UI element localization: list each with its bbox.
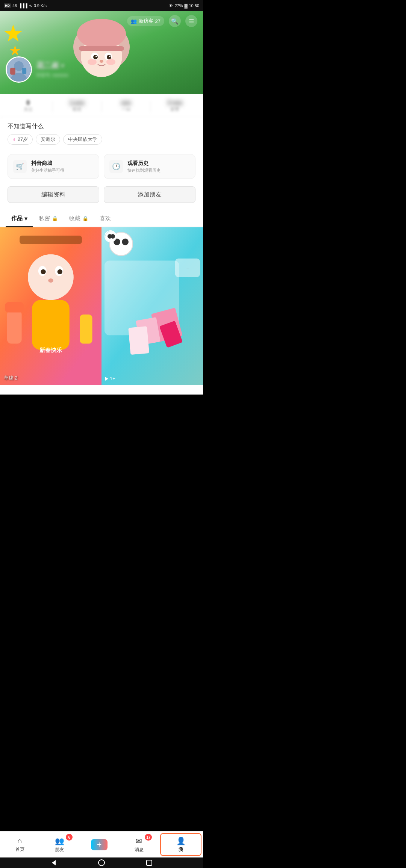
play-count: 1+ bbox=[105, 376, 115, 381]
shop-subtitle: 美好生活触手可得 bbox=[31, 168, 64, 173]
tab-works-arrow: ▾ bbox=[24, 215, 27, 222]
svg-text:新春快乐: 新春快乐 bbox=[39, 347, 62, 353]
stat-likes[interactable]: xxx 一xx bbox=[102, 100, 150, 113]
tab-likes-label: 喜欢 bbox=[100, 215, 111, 222]
service-history-text: 观看历史 快速找到观看历史 bbox=[127, 160, 161, 173]
shop-icon: 🛒 bbox=[13, 160, 27, 173]
user-name-area: 花二叔 ▾ 抖音号: xxxxxxx bbox=[36, 60, 68, 79]
svg-rect-16 bbox=[10, 68, 15, 74]
visitors-label: 新访客 bbox=[139, 18, 153, 24]
dropdown-arrow: ▾ bbox=[61, 63, 64, 69]
history-icon: 🕐 bbox=[109, 160, 123, 173]
tab-private-label: 私密 bbox=[39, 215, 50, 222]
username-display: 花二叔 ▾ bbox=[36, 60, 68, 71]
service-shop[interactable]: 🛒 抖音商城 美好生活触手可得 bbox=[8, 154, 99, 179]
character-illustration bbox=[68, 17, 135, 85]
video-grid: 新春快乐 草稿 2 bbox=[0, 227, 203, 385]
svg-point-24 bbox=[58, 269, 62, 274]
svg-point-2 bbox=[77, 19, 126, 49]
add-friend-button[interactable]: 添加朋友 bbox=[104, 186, 195, 203]
video-bg-1: 新春快乐 bbox=[0, 227, 102, 385]
video-thumb-1[interactable]: 新春快乐 草稿 2 bbox=[0, 227, 102, 385]
tab-works-label: 作品 bbox=[11, 215, 23, 222]
wifi-icon: ∿ bbox=[29, 3, 32, 8]
visitors-count: 27 bbox=[155, 18, 161, 24]
svg-rect-29 bbox=[32, 300, 69, 350]
likes-label: 一xx bbox=[102, 106, 150, 113]
bio-text: 不知道写什么 bbox=[8, 122, 195, 130]
svg-rect-27 bbox=[80, 315, 92, 343]
fans-label: 粉丝 bbox=[53, 106, 101, 113]
content-area: 0 关注 1,xxx 粉丝 xxx 一xx 3 xxx 获赞 不知道写什么 ♀ … bbox=[0, 94, 203, 395]
search-icon: 🔍 bbox=[171, 18, 179, 25]
tab-favorites-label: 收藏 bbox=[69, 215, 80, 222]
user-id-display: 抖音号: xxxxxxx bbox=[36, 72, 68, 79]
svg-point-7 bbox=[107, 55, 111, 59]
svg-rect-26 bbox=[7, 310, 22, 343]
history-subtitle: 快速找到观看历史 bbox=[127, 168, 161, 173]
svg-point-35 bbox=[122, 239, 129, 245]
likes-value: xxx bbox=[102, 100, 150, 106]
play-icon bbox=[105, 377, 108, 381]
hd-badge: HD bbox=[4, 3, 11, 8]
stat-got-likes[interactable]: 3 xxx 获赞 bbox=[151, 100, 199, 113]
service-shop-text: 抖音商城 美好生活触手可得 bbox=[31, 160, 64, 173]
got-likes-value: 3 xxx bbox=[151, 100, 199, 106]
svg-point-6 bbox=[93, 55, 98, 59]
status-left: HD 46 ▐▐▐ ∿ 0.9 K/s bbox=[4, 3, 47, 8]
battery-percent: 27% bbox=[174, 3, 183, 8]
stats-row: 0 关注 1,xxx 粉丝 xxx 一xx 3 xxx 获赞 bbox=[0, 94, 203, 117]
status-bar: HD 46 ▐▐▐ ∿ 0.9 K/s 👁 27% ▓ 10:50 bbox=[0, 0, 203, 11]
tag-location[interactable]: 安道尔 bbox=[36, 134, 60, 145]
following-label: 关注 bbox=[4, 106, 52, 113]
shop-title: 抖音商城 bbox=[31, 160, 64, 167]
service-history[interactable]: 🕐 观看历史 快速找到观看历史 bbox=[104, 154, 195, 179]
edit-profile-button[interactable]: 编辑资料 bbox=[8, 186, 99, 203]
eye-icon: 👁 bbox=[169, 3, 173, 8]
signal-4g: 46 bbox=[12, 3, 17, 8]
user-avatar[interactable] bbox=[6, 56, 32, 83]
svg-point-11 bbox=[88, 59, 97, 65]
time-display: 10:50 bbox=[189, 3, 199, 8]
bio-section: 不知道写什么 ♀ 27岁 安道尔 中央民族大学 bbox=[0, 117, 203, 148]
svg-point-8 bbox=[95, 56, 97, 57]
svg-rect-40 bbox=[128, 326, 149, 355]
menu-icon: ☰ bbox=[189, 18, 194, 25]
svg-point-9 bbox=[109, 56, 111, 57]
hero-section: 👥 新访客 27 🔍 ☰ bbox=[0, 11, 203, 94]
tag-location-label: 安道尔 bbox=[41, 136, 55, 143]
svg-point-10 bbox=[100, 60, 103, 63]
tab-favorites[interactable]: 收藏 🔒 bbox=[64, 210, 94, 227]
draft-label: 草稿 2 bbox=[4, 375, 18, 381]
tag-school[interactable]: 中央民族大学 bbox=[63, 134, 102, 145]
svg-point-45 bbox=[111, 234, 115, 239]
stat-following[interactable]: 0 关注 bbox=[4, 100, 52, 113]
action-buttons: 编辑资料 添加朋友 bbox=[0, 184, 203, 210]
svg-rect-28 bbox=[5, 302, 24, 313]
tag-age[interactable]: ♀ 27岁 bbox=[8, 134, 33, 145]
tab-likes[interactable]: 喜欢 bbox=[94, 210, 117, 227]
fans-value: 1,xxx bbox=[53, 100, 101, 106]
user-info-row: 花二叔 ▾ 抖音号: xxxxxxx bbox=[6, 56, 68, 83]
video-thumb-2[interactable]: ... 1+ bbox=[102, 227, 203, 385]
video-avatar bbox=[105, 230, 117, 242]
svg-rect-19 bbox=[20, 236, 82, 244]
speed-indicator: 0.9 K/s bbox=[34, 3, 47, 8]
tab-favorites-lock: 🔒 bbox=[82, 216, 88, 221]
services-row: 🛒 抖音商城 美好生活触手可得 🕐 观看历史 快速找到观看历史 bbox=[0, 148, 203, 184]
tab-private[interactable]: 私密 🔒 bbox=[33, 210, 64, 227]
avatar-image bbox=[7, 57, 31, 82]
tag-school-label: 中央民族大学 bbox=[68, 136, 97, 143]
svg-point-25 bbox=[48, 278, 53, 283]
stat-fans[interactable]: 1,xxx 粉丝 bbox=[53, 100, 101, 113]
search-button[interactable]: 🔍 bbox=[169, 15, 181, 27]
signal-bars: ▐▐▐ bbox=[18, 3, 27, 8]
gender-icon: ♀ bbox=[12, 137, 16, 142]
history-title: 观看历史 bbox=[127, 160, 161, 167]
tag-age-label: 27岁 bbox=[18, 136, 28, 143]
svg-point-23 bbox=[41, 269, 45, 274]
tabs-row: 作品 ▾ 私密 🔒 收藏 🔒 喜欢 bbox=[0, 210, 203, 227]
svg-point-12 bbox=[106, 59, 115, 65]
tab-works[interactable]: 作品 ▾ bbox=[6, 210, 33, 227]
menu-button[interactable]: ☰ bbox=[185, 15, 197, 27]
